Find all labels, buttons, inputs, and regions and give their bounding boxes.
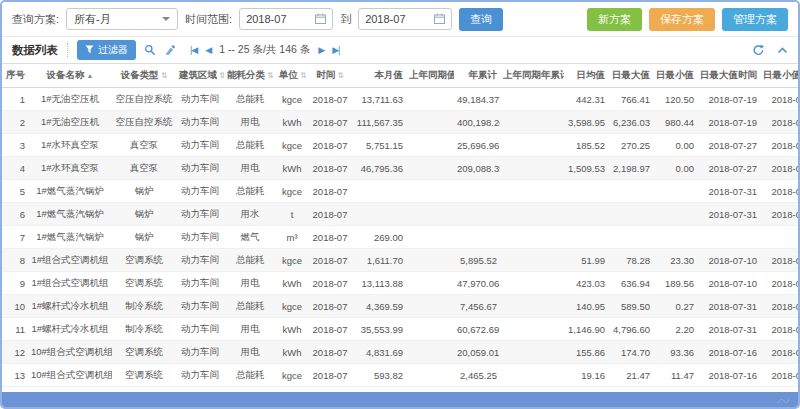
cell (564, 203, 608, 226)
cell (760, 226, 798, 249)
column-header[interactable]: 日最小值 (653, 64, 697, 88)
column-header[interactable]: 上年同期值 (406, 64, 454, 88)
cell: 49,184.37 (454, 88, 500, 111)
cell: 真空泵 (112, 157, 176, 180)
prev-page-button[interactable]: ◀ (205, 45, 211, 55)
table-row[interactable]: 1310#组合式空调机组空调系统动力车间总能耗kgce2018-07593.82… (2, 364, 798, 387)
cell: 锅炉 (112, 203, 176, 226)
cell (352, 203, 406, 226)
cell (406, 295, 454, 318)
cell: 9 (2, 272, 28, 295)
column-header[interactable]: 日最大值时间 (697, 64, 760, 88)
cell: 2018-07-22 (760, 134, 798, 157)
cell: 2018-07 (308, 134, 352, 157)
cell: 2018-07 (308, 272, 352, 295)
column-header[interactable]: 年累计 (454, 64, 500, 88)
panel-title: 数据列表 (12, 43, 58, 58)
column-header[interactable]: 建筑区域⇅ (176, 64, 224, 88)
table-row[interactable]: 101#螺杆式冷水机组制冷系统动力车间总能耗kgce2018-074,369.5… (2, 295, 798, 318)
column-header[interactable]: 上年同期年累计 (500, 64, 564, 88)
cell: 用电 (224, 341, 276, 364)
cell: 动力车间 (176, 226, 224, 249)
column-header[interactable]: 时间⇅ (308, 64, 352, 88)
collapse-icon[interactable] (777, 47, 788, 54)
cell: 总能耗 (224, 134, 276, 157)
column-header[interactable]: 序号 (2, 64, 28, 88)
cell (653, 226, 697, 249)
cell: 总能耗 (224, 180, 276, 203)
cell: 2018-07-31 (760, 180, 798, 203)
cell: 12 (2, 341, 28, 364)
cell: 5,751.15 (352, 134, 406, 157)
cell: 120.50 (653, 88, 697, 111)
first-page-button[interactable]: |◀ (190, 45, 197, 55)
cell: 2018-07-10 (697, 272, 760, 295)
column-header[interactable]: 设备类型⇅ (112, 64, 176, 88)
cell: 1#水环真空泵 (28, 134, 112, 157)
cell: 2018-07 (308, 111, 352, 134)
cell: 442.31 (564, 88, 608, 111)
filter-button-label: 过滤器 (98, 43, 128, 57)
manage-plan-button[interactable]: 管理方案 (722, 8, 788, 31)
cell (406, 318, 454, 341)
clear-filter-icon[interactable] (164, 44, 176, 56)
refresh-icon[interactable] (752, 44, 765, 56)
cell: 2018-07-31 (697, 318, 760, 341)
cell: 11.47 (653, 364, 697, 387)
table-row[interactable]: 31#水环真空泵真空泵动力车间总能耗kgce2018-075,751.1525,… (2, 134, 798, 157)
table-row[interactable]: 61#燃气蒸汽锅炉锅炉动力车间用水t2018-072018-07-312018-… (2, 203, 798, 226)
cell: 2018-07-16 (697, 341, 760, 364)
cell: 13,113.88 (352, 272, 406, 295)
table-row[interactable]: 41#水环真空泵真空泵动力车间用电kWh2018-0746,795.36209,… (2, 157, 798, 180)
cell: 980.44 (653, 111, 697, 134)
cell: 269.00 (352, 226, 406, 249)
column-header[interactable]: 日最大值 (608, 64, 653, 88)
column-header[interactable]: 本月值 (352, 64, 406, 88)
cell (454, 226, 500, 249)
search-icon[interactable] (144, 44, 156, 56)
cell: 2018-07-18 (760, 111, 798, 134)
cell: 2018-07 (308, 295, 352, 318)
table-row[interactable]: 51#燃气蒸汽锅炉锅炉动力车间总能耗kgce2018-072018-07-312… (2, 180, 798, 203)
save-plan-button[interactable]: 保存方案 (649, 8, 715, 31)
next-page-button[interactable]: ▶ (318, 45, 324, 55)
column-header[interactable]: 单位⇅ (276, 64, 308, 88)
column-header[interactable]: 设备名称▲ (28, 64, 112, 88)
table-row[interactable]: 111#螺杆式冷水机组制冷系统动力车间用电kWh2018-0735,553.99… (2, 318, 798, 341)
table-row[interactable]: 21#无油空压机空压自控系统动力车间用电kWh2018-07111,567.35… (2, 111, 798, 134)
last-page-button[interactable]: ▶| (332, 45, 339, 55)
end-date-input[interactable]: 2018-07 (358, 8, 452, 30)
column-header[interactable]: 日最小值时间 (760, 64, 798, 88)
cell: 2018-07-22 (760, 157, 798, 180)
table-row[interactable]: 91#组合式空调机组空调系统动力车间用电kWh2018-0713,113.884… (2, 272, 798, 295)
cell (406, 364, 454, 387)
table-row[interactable]: 1210#组合式空调机组空调系统动力车间用电kWh2018-074,831.69… (2, 341, 798, 364)
end-date-value: 2018-07 (365, 13, 405, 25)
table-row[interactable]: 11#无油空压机空压自控系统动力车间总能耗kgce2018-0713,711.6… (2, 88, 798, 111)
cell: 19.16 (564, 364, 608, 387)
query-plan-select[interactable]: 所有-月 (66, 8, 178, 30)
cell: 总能耗 (224, 249, 276, 272)
cell: 2018-07 (308, 203, 352, 226)
cell: 空调系统 (112, 341, 176, 364)
cell: 空调系统 (112, 364, 176, 387)
calendar-icon (434, 13, 445, 26)
cell: 空压自控系统 (112, 111, 176, 134)
chevron-down-icon (162, 17, 170, 21)
sort-ascending-icon: ▲ (87, 72, 94, 79)
cell: 21.47 (608, 364, 653, 387)
filter-button[interactable]: 过滤器 (77, 40, 136, 60)
query-plan-value: 所有-月 (74, 12, 111, 27)
search-button[interactable]: 查询 (459, 8, 503, 31)
new-plan-button[interactable]: 新方案 (587, 8, 642, 31)
table-row[interactable]: 81#组合式空调机组空调系统动力车间总能耗kgce2018-071,611.70… (2, 249, 798, 272)
time-range-label: 时间范围: (185, 12, 232, 27)
table-row[interactable]: 71#燃气蒸汽锅炉锅炉动力车间燃气m³2018-07269.00 (2, 226, 798, 249)
column-header[interactable]: 能耗分类⇅ (224, 64, 276, 88)
cell (406, 180, 454, 203)
column-header[interactable]: 日均值 (564, 64, 608, 88)
cell: 动力车间 (176, 364, 224, 387)
cell: 78.28 (608, 249, 653, 272)
start-date-input[interactable]: 2018-07 (239, 8, 333, 30)
cell: 动力车间 (176, 295, 224, 318)
